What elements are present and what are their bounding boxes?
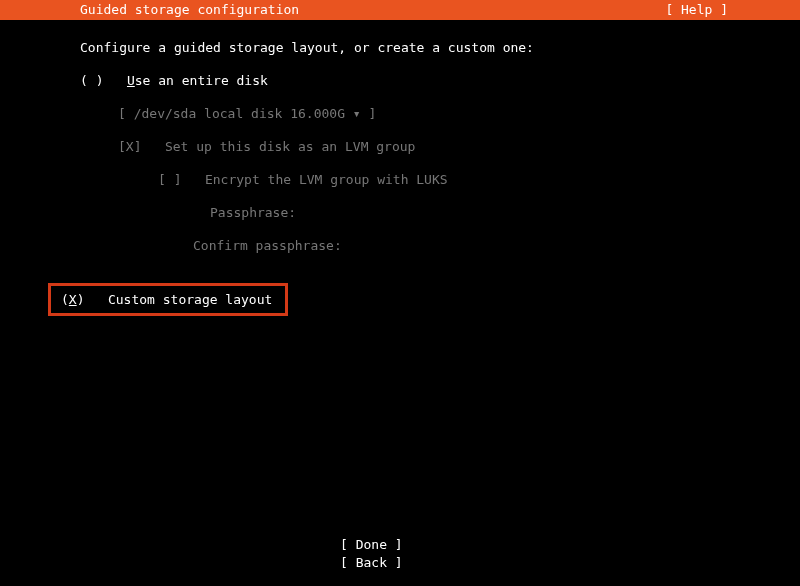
header-bar: Guided storage configuration [ Help ] xyxy=(0,0,800,20)
luks-label: Encrypt the LVM group with LUKS xyxy=(205,172,448,187)
disk-selector[interactable]: [ /dev/sda local disk 16.000G ▾ ] xyxy=(118,106,800,121)
accel-key: X xyxy=(69,292,77,307)
luks-checkbox[interactable]: [ ] Encrypt the LVM group with LUKS xyxy=(158,172,800,187)
lvm-label: Set up this disk as an LVM group xyxy=(165,139,415,154)
radio-marker-open: ( xyxy=(61,292,69,307)
done-button[interactable]: [ Done ] xyxy=(340,536,460,554)
page-title: Guided storage configuration xyxy=(80,0,299,20)
main-content: Configure a guided storage layout, or cr… xyxy=(0,20,800,316)
checkbox-marker: [ ] xyxy=(158,172,181,187)
back-button[interactable]: [ Back ] xyxy=(340,554,460,572)
passphrase-label: Passphrase: xyxy=(210,205,296,220)
option-custom-storage[interactable]: (X) Custom storage layout xyxy=(61,292,272,307)
chevron-down-icon: ▾ xyxy=(345,106,368,121)
help-button[interactable]: [ Help ] xyxy=(665,0,728,20)
lvm-checkbox[interactable]: [X] Set up this disk as an LVM group xyxy=(118,139,800,154)
confirm-passphrase-label: Confirm passphrase: xyxy=(193,238,342,253)
disk-value: /dev/sda local disk 16.000G xyxy=(134,106,345,121)
option-entire-disk[interactable]: ( ) Use an entire disk xyxy=(80,73,800,88)
option-label: se an entire disk xyxy=(135,73,268,88)
radio-marker-close: ) xyxy=(77,292,85,307)
radio-marker: ( ) xyxy=(80,73,103,88)
accel-key: U xyxy=(127,73,135,88)
option-custom-storage-highlight: (X) Custom storage layout xyxy=(48,283,288,316)
custom-label: Custom storage layout xyxy=(108,292,272,307)
confirm-passphrase-field: Confirm passphrase: xyxy=(193,238,800,253)
instruction-text: Configure a guided storage layout, or cr… xyxy=(80,40,800,55)
passphrase-field: Passphrase: xyxy=(210,205,800,220)
footer: [ Done ] [ Back ] xyxy=(0,536,800,572)
checkbox-marker: [X] xyxy=(118,139,141,154)
